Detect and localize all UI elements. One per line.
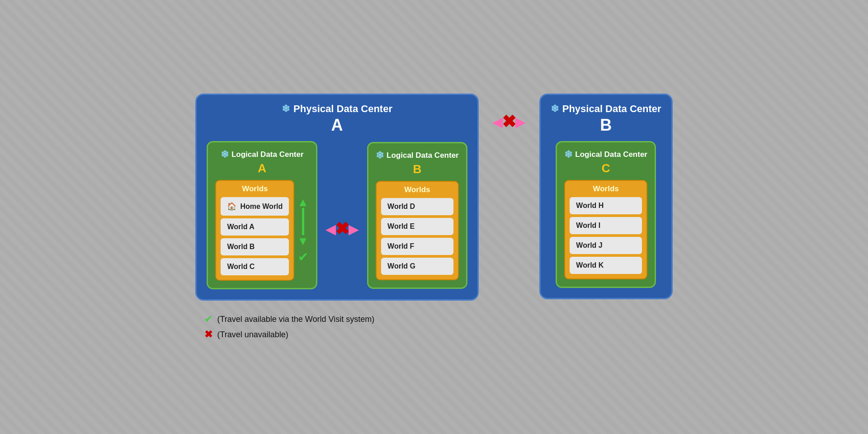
legend-check-item: ✔ (Travel available via the World Visit …: [204, 313, 374, 325]
snowflake-icon-a: ❄: [282, 103, 290, 115]
arrow-up-icon: ▲: [297, 196, 309, 208]
world-item-c: World C: [221, 258, 289, 275]
physical-dc-a-header: ❄ Physical Data Center A: [282, 103, 392, 135]
world-d-name: World D: [387, 203, 415, 211]
world-j-name: World J: [576, 241, 602, 250]
legend-cross-icon: ✖: [204, 329, 212, 340]
world-a-name: World A: [227, 223, 254, 231]
legend-check-label: (Travel available via the World Visit sy…: [217, 315, 374, 324]
cross-icon-physical: ✖: [502, 112, 516, 132]
physical-dc-a-title-row: ❄ Physical Data Center: [282, 103, 392, 115]
cross-arrow-ab: ◀ ✖ ▶: [326, 219, 359, 239]
main-content: ❄ Physical Data Center A ❄ Logical Data …: [195, 94, 672, 340]
worlds-container-a: Worlds 🏠 Home World World A World B: [215, 180, 294, 281]
data-centers-row: ❄ Physical Data Center A ❄ Logical Data …: [195, 94, 672, 301]
world-f-name: World F: [387, 242, 414, 250]
world-c-name: World C: [227, 263, 255, 271]
world-b-name: World B: [227, 243, 255, 251]
snowflake-icon-b: ❄: [551, 103, 559, 115]
checkmark-icon: ✔: [298, 250, 308, 264]
arrow-right-icon-physical: ▶: [515, 114, 526, 130]
world-item-home: 🏠 Home World: [221, 197, 289, 216]
world-k-name: World K: [576, 261, 604, 269]
logical-dc-a: ❄ Logical Data Center A Worlds 🏠 Home Wo…: [207, 141, 317, 289]
physical-dc-b-title: Physical Data Center: [562, 103, 661, 115]
logical-dc-c-title: Logical Data Center: [575, 150, 647, 159]
world-home-name: Home World: [240, 203, 283, 211]
world-i-name: World I: [576, 222, 600, 230]
worlds-header-c: Worlds: [570, 184, 642, 193]
snowflake-icon-ldc-a: ❄: [221, 149, 229, 160]
worlds-container-c: Worlds World H World I World J World K: [564, 180, 647, 279]
logical-dc-b-title-row: ❄ Logical Data Center: [376, 150, 459, 161]
world-item-i: World I: [570, 217, 642, 234]
ldc-ab-connector: ◀ ✖ ▶: [326, 192, 359, 239]
world-item-a: World A: [221, 218, 289, 236]
logical-dc-b-header: ❄ Logical Data Center B: [376, 150, 459, 176]
logical-dc-b-letter: B: [413, 162, 422, 176]
cross-arrow-physical-ab: ◀ ✖ ▶: [492, 112, 526, 132]
worlds-header-a: Worlds: [221, 184, 289, 193]
legend-cross-item: ✖ (Travel unavailable): [204, 329, 374, 340]
snowflake-icon-ldc-c: ❄: [564, 149, 572, 160]
logical-dc-a-header: ❄ Logical Data Center A: [221, 149, 304, 175]
world-item-h: World H: [570, 197, 642, 214]
logical-dc-a-title-row: ❄ Logical Data Center: [221, 149, 304, 160]
legend-check-icon: ✔: [204, 313, 212, 325]
logical-dc-a-letter: A: [258, 161, 266, 175]
world-item-j: World J: [570, 237, 642, 254]
worlds-header-b: Worlds: [381, 185, 453, 194]
logical-dc-c-title-row: ❄ Logical Data Center: [564, 149, 647, 160]
logical-dc-a-title: Logical Data Center: [231, 150, 304, 159]
vertical-arrow-container: ▲ ▼ ✔: [297, 193, 309, 268]
worlds-with-arrow-a: Worlds 🏠 Home World World A World B: [215, 180, 309, 281]
arrow-right-icon-ab: ▶: [349, 221, 359, 237]
world-item-b: World B: [221, 238, 289, 255]
world-item-k: World K: [570, 257, 642, 274]
cross-icon-ab: ✖: [335, 219, 349, 239]
world-h-name: World H: [576, 202, 604, 210]
logical-dc-b: ❄ Logical Data Center B Worlds World D W…: [367, 142, 467, 289]
snowflake-icon-ldc-b: ❄: [376, 150, 384, 161]
legend-cross-label: (Travel unavailable): [217, 330, 288, 340]
arrow-left-icon-physical: ◀: [492, 114, 503, 130]
logical-dcs-row-b: ❄ Logical Data Center C Worlds World H W…: [556, 141, 656, 288]
physical-dc-b-letter: B: [600, 116, 612, 135]
physical-dc-b-title-row: ❄ Physical Data Center: [551, 103, 661, 115]
logical-dc-b-title: Logical Data Center: [387, 151, 459, 160]
physical-ab-connector: ◀ ✖ ▶: [492, 94, 526, 132]
physical-dc-b: ❄ Physical Data Center B ❄ Logical Data …: [539, 94, 673, 299]
physical-dc-a-title: Physical Data Center: [293, 103, 392, 115]
worlds-container-b: Worlds World D World E World F World G: [376, 181, 459, 280]
world-item-f: World F: [381, 238, 453, 255]
home-icon: 🏠: [227, 202, 236, 211]
world-e-name: World E: [387, 222, 415, 231]
physical-dc-a: ❄ Physical Data Center A ❄ Logical Data …: [195, 94, 478, 301]
logical-dcs-row-a: ❄ Logical Data Center A Worlds 🏠 Home Wo…: [207, 141, 467, 289]
physical-dc-a-letter: A: [331, 116, 343, 135]
arrow-line: [302, 208, 304, 235]
legend: ✔ (Travel available via the World Visit …: [204, 313, 374, 340]
arrow-left-icon-ab: ◀: [326, 221, 336, 237]
world-item-e: World E: [381, 218, 453, 235]
world-item-d: World D: [381, 198, 453, 215]
vertical-arrow: ▲ ▼: [297, 196, 309, 247]
world-item-g: World G: [381, 258, 453, 275]
logical-dc-c-header: ❄ Logical Data Center C: [564, 149, 647, 175]
arrow-down-icon: ▼: [297, 235, 309, 247]
logical-dc-c: ❄ Logical Data Center C Worlds World H W…: [556, 141, 656, 288]
logical-dc-c-letter: C: [602, 161, 610, 175]
physical-dc-b-header: ❄ Physical Data Center B: [551, 103, 661, 135]
world-g-name: World G: [387, 262, 415, 270]
